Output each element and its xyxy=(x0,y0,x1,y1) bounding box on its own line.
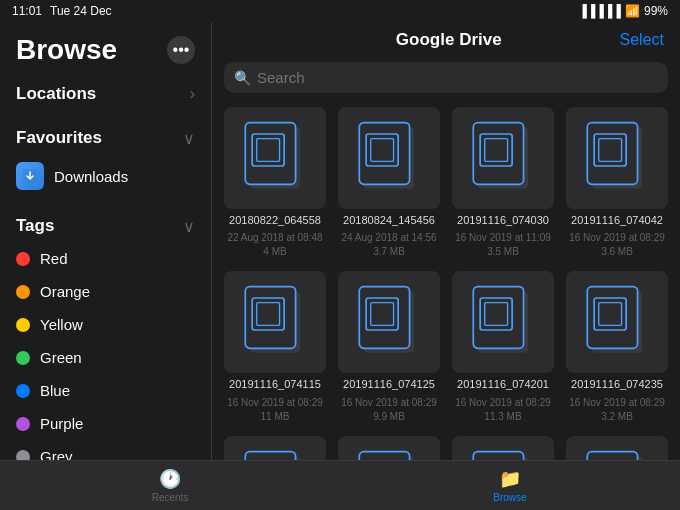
doc-icon xyxy=(468,282,538,362)
browse-label: Browse xyxy=(493,492,526,503)
recents-label: Recents xyxy=(152,492,189,503)
locations-chevron-icon: › xyxy=(190,85,195,103)
search-input[interactable] xyxy=(257,69,658,86)
tag-dot-green xyxy=(16,351,30,365)
file-thumbnail xyxy=(566,107,668,209)
sidebar-item-tag-green[interactable]: Green xyxy=(0,341,211,374)
tab-bar: 🕐 Recents 📁 Browse xyxy=(0,460,680,510)
tags-list: Red Orange Yellow Green Blue Purple Grey xyxy=(0,242,211,460)
sidebar-item-downloads[interactable]: Downloads xyxy=(0,154,211,198)
tag-label-yellow: Yellow xyxy=(40,316,83,333)
doc-icon xyxy=(354,118,424,198)
file-thumbnail xyxy=(224,436,326,460)
file-item[interactable]: 20180822_064558 22 Aug 2018 at 08:484 MB xyxy=(224,107,326,259)
svg-rect-42 xyxy=(473,451,523,460)
file-name: 20191116_074042 xyxy=(571,213,663,227)
file-name: 20191116_074201 xyxy=(457,377,549,391)
tag-dot-grey xyxy=(16,450,30,461)
svg-rect-38 xyxy=(359,451,409,460)
main-content: Google Drive Select 🔍 xyxy=(212,22,680,460)
locations-section-header: Locations › xyxy=(0,74,211,110)
tag-dot-orange xyxy=(16,285,30,299)
file-thumbnail xyxy=(338,107,440,209)
sidebar-item-tag-grey[interactable]: Grey xyxy=(0,440,211,460)
file-item[interactable]: 20191116_074639 16 Nov 2019 at 08:293.8 … xyxy=(566,436,668,460)
svg-rect-34 xyxy=(245,451,295,460)
doc-icon xyxy=(240,282,310,362)
sidebar-item-tag-purple[interactable]: Purple xyxy=(0,407,211,440)
wifi-icon: 📶 xyxy=(625,4,640,18)
doc-icon xyxy=(354,447,424,460)
battery-level: 99% xyxy=(644,4,668,18)
file-name: 20191116_074125 xyxy=(343,377,435,391)
file-item[interactable]: 20191116_074633 16 Nov 2019 at 08:2910 M… xyxy=(452,436,554,460)
dots-icon: ••• xyxy=(173,41,190,59)
doc-icon xyxy=(468,447,538,460)
file-thumbnail xyxy=(224,271,326,373)
file-name: 20191116_074115 xyxy=(229,377,321,391)
tab-browse[interactable]: 📁 Browse xyxy=(340,468,680,503)
tags-section-header: Tags ∨ xyxy=(0,206,211,242)
downloads-label: Downloads xyxy=(54,168,128,185)
file-item[interactable]: 20191116_074250 16 Nov 2019 at 08:293.1 … xyxy=(224,436,326,460)
file-name: 20180824_145456 xyxy=(343,213,435,227)
tags-label: Tags xyxy=(16,216,54,236)
sidebar-item-tag-blue[interactable]: Blue xyxy=(0,374,211,407)
app-container: Browse ••• Locations › Favourites ∨ Down… xyxy=(0,22,680,460)
tag-label-purple: Purple xyxy=(40,415,83,432)
sidebar-item-tag-yellow[interactable]: Yellow xyxy=(0,308,211,341)
tag-label-blue: Blue xyxy=(40,382,70,399)
file-item[interactable]: 20191116_074439 16 Nov 2019 at 08:292.4 … xyxy=(338,436,440,460)
file-meta: 16 Nov 2019 at 08:2911 MB xyxy=(227,396,323,424)
sidebar-item-tag-red[interactable]: Red xyxy=(0,242,211,275)
file-item[interactable]: 20191116_074030 16 Nov 2019 at 11:093.5 … xyxy=(452,107,554,259)
file-item[interactable]: 20191116_074235 16 Nov 2019 at 08:293.2 … xyxy=(566,271,668,423)
browse-title: Browse xyxy=(16,34,117,66)
file-meta: 16 Nov 2019 at 08:293.2 MB xyxy=(569,396,665,424)
tags-chevron-icon: ∨ xyxy=(183,217,195,236)
doc-icon xyxy=(582,282,652,362)
file-name: 20191116_074030 xyxy=(457,213,549,227)
tag-label-orange: Orange xyxy=(40,283,90,300)
status-right: ▐▐▐▐▐ 📶 99% xyxy=(578,4,668,18)
file-meta: 16 Nov 2019 at 08:299.9 MB xyxy=(341,396,437,424)
status-day: Tue 24 Dec xyxy=(50,4,112,18)
file-thumbnail xyxy=(566,436,668,460)
drive-title: Google Drive xyxy=(278,30,620,50)
file-meta: 22 Aug 2018 at 08:484 MB xyxy=(227,231,322,259)
doc-icon xyxy=(354,282,424,362)
sidebar-item-tag-orange[interactable]: Orange xyxy=(0,275,211,308)
tag-label-green: Green xyxy=(40,349,82,366)
doc-icon xyxy=(240,447,310,460)
favourites-chevron-icon: ∨ xyxy=(183,129,195,148)
file-thumbnail xyxy=(338,436,440,460)
file-item[interactable]: 20180824_145456 24 Aug 2018 at 14:563.7 … xyxy=(338,107,440,259)
file-meta: 24 Aug 2018 at 14:563.7 MB xyxy=(341,231,436,259)
search-bar[interactable]: 🔍 xyxy=(224,62,668,93)
select-button[interactable]: Select xyxy=(620,31,664,49)
files-grid: 20180822_064558 22 Aug 2018 at 08:484 MB… xyxy=(212,103,680,460)
file-thumbnail xyxy=(452,271,554,373)
browse-icon: 📁 xyxy=(499,468,521,490)
file-name: 20180822_064558 xyxy=(229,213,321,227)
tag-dot-yellow xyxy=(16,318,30,332)
sidebar: Browse ••• Locations › Favourites ∨ Down… xyxy=(0,22,212,460)
file-item[interactable]: 20191116_074042 16 Nov 2019 at 08:293.6 … xyxy=(566,107,668,259)
file-meta: 16 Nov 2019 at 11:093.5 MB xyxy=(455,231,551,259)
file-thumbnail xyxy=(566,271,668,373)
file-item[interactable]: 20191116_074125 16 Nov 2019 at 08:299.9 … xyxy=(338,271,440,423)
locations-label: Locations xyxy=(16,84,96,104)
file-meta: 16 Nov 2019 at 08:293.6 MB xyxy=(569,231,665,259)
tag-label-grey: Grey xyxy=(40,448,73,460)
more-options-button[interactable]: ••• xyxy=(167,36,195,64)
svg-rect-46 xyxy=(587,451,637,460)
file-item[interactable]: 20191116_074115 16 Nov 2019 at 08:2911 M… xyxy=(224,271,326,423)
tag-label-red: Red xyxy=(40,250,68,267)
file-name: 20191116_074235 xyxy=(571,377,663,391)
sidebar-header: Browse ••• xyxy=(0,22,211,74)
file-item[interactable]: 20191116_074201 16 Nov 2019 at 08:2911.3… xyxy=(452,271,554,423)
tab-recents[interactable]: 🕐 Recents xyxy=(0,468,340,503)
recents-icon: 🕐 xyxy=(159,468,181,490)
search-icon: 🔍 xyxy=(234,70,251,86)
doc-icon xyxy=(582,118,652,198)
